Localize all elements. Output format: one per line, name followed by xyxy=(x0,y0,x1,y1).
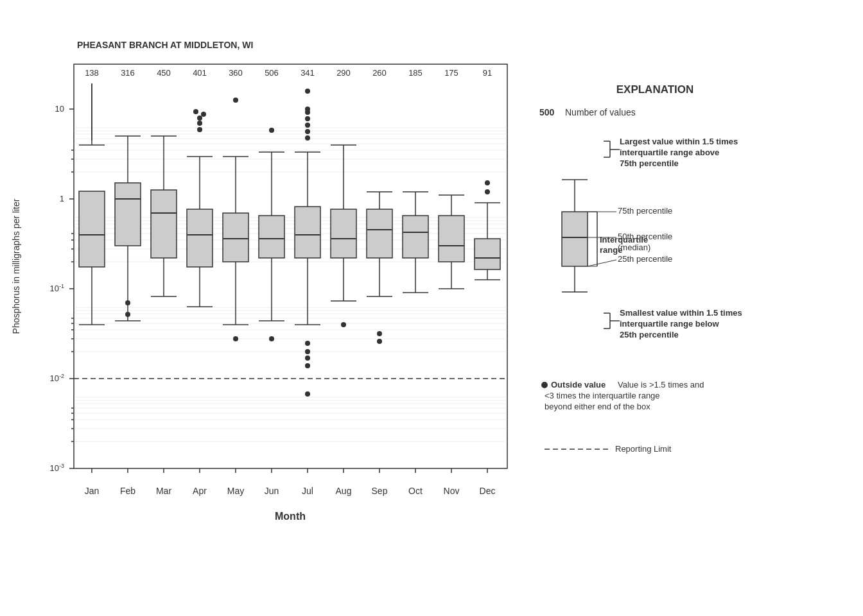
svg-text:185: 185 xyxy=(408,68,423,78)
explanation-title: EXPLANATION xyxy=(616,83,694,96)
explanation-count: 500 xyxy=(539,107,555,117)
svg-rect-103 xyxy=(79,191,105,267)
svg-point-198 xyxy=(485,180,490,185)
svg-text:10: 10 xyxy=(55,104,64,114)
svg-point-112 xyxy=(125,312,130,317)
svg-point-156 xyxy=(305,123,310,128)
outside-value-text: Value is >1.5 times and xyxy=(618,380,704,389)
svg-point-137 xyxy=(233,336,238,341)
outside-value-text3: beyond either end of the box xyxy=(545,402,650,411)
svg-text:260: 260 xyxy=(372,68,387,78)
svg-text:360: 360 xyxy=(229,68,243,78)
svg-point-162 xyxy=(305,363,310,368)
svg-point-152 xyxy=(305,89,310,94)
svg-text:Jan: Jan xyxy=(85,486,100,496)
smallest-value-label: Smallest value within 1.5 times xyxy=(620,308,742,318)
svg-rect-189 xyxy=(439,216,464,262)
svg-text:290: 290 xyxy=(336,68,351,78)
svg-rect-175 xyxy=(367,209,392,258)
svg-point-128 xyxy=(193,109,198,114)
svg-point-127 xyxy=(197,116,202,121)
outside-value-label: Outside value xyxy=(551,380,606,389)
svg-point-154 xyxy=(305,110,310,115)
svg-rect-142 xyxy=(259,216,284,258)
svg-rect-123 xyxy=(187,209,213,267)
svg-rect-183 xyxy=(403,216,428,258)
svg-point-178 xyxy=(377,339,382,344)
chart-title: PHEASANT BRANCH AT MIDDLETON, WI xyxy=(77,40,253,50)
svg-rect-150 xyxy=(295,207,320,258)
svg-rect-109 xyxy=(115,183,141,246)
svg-text:401: 401 xyxy=(193,68,207,78)
svg-rect-117 xyxy=(151,190,177,258)
svg-text:Aug: Aug xyxy=(336,486,352,496)
iqr-label2: range xyxy=(600,245,622,255)
svg-rect-205 xyxy=(562,212,588,266)
svg-point-170 xyxy=(341,322,346,327)
svg-point-129 xyxy=(201,112,206,117)
largest-value-label2: interquartile range above xyxy=(620,148,719,157)
reporting-limit-label: Reporting Limit xyxy=(615,444,672,454)
svg-point-125 xyxy=(197,121,202,126)
svg-point-126 xyxy=(197,127,202,132)
svg-text:506: 506 xyxy=(265,68,279,78)
svg-point-157 xyxy=(305,129,310,134)
x-axis-label: Month xyxy=(275,511,306,522)
svg-point-136 xyxy=(233,98,238,103)
largest-value-label3: 75th percentile xyxy=(620,158,679,168)
svg-text:Dec: Dec xyxy=(480,486,496,496)
svg-text:175: 175 xyxy=(444,68,458,78)
svg-text:Mar: Mar xyxy=(156,486,171,496)
p25-label: 25th percentile xyxy=(618,254,672,264)
svg-text:Oct: Oct xyxy=(408,486,423,496)
svg-rect-195 xyxy=(475,239,500,270)
svg-text:341: 341 xyxy=(301,68,315,78)
svg-rect-168 xyxy=(331,209,356,258)
svg-point-144 xyxy=(269,128,274,133)
outside-value-dot xyxy=(541,382,548,388)
svg-text:Nov: Nov xyxy=(444,486,460,496)
svg-text:May: May xyxy=(227,486,244,496)
y-axis-label: Phosphorus in milligraphs per liter xyxy=(11,198,21,334)
svg-text:Jul: Jul xyxy=(302,486,313,496)
iqr-label: Interquartile xyxy=(600,235,648,244)
svg-text:138: 138 xyxy=(85,68,99,78)
svg-point-160 xyxy=(305,349,310,354)
svg-text:91: 91 xyxy=(483,68,492,78)
smallest-value-label3: 25th percentile xyxy=(620,330,679,339)
svg-text:1: 1 xyxy=(60,194,64,203)
svg-point-161 xyxy=(305,355,310,361)
explanation-count-label: Number of values xyxy=(565,107,636,117)
svg-text:450: 450 xyxy=(157,68,171,78)
svg-point-158 xyxy=(305,135,310,141)
svg-point-163 xyxy=(305,391,310,397)
svg-point-159 xyxy=(305,341,310,346)
svg-point-111 xyxy=(125,300,130,305)
svg-text:Apr: Apr xyxy=(193,486,207,496)
svg-text:316: 316 xyxy=(121,68,135,78)
svg-point-155 xyxy=(305,116,310,121)
smallest-value-label2: interquartile range below xyxy=(620,319,719,329)
svg-text:Feb: Feb xyxy=(120,486,135,496)
svg-point-197 xyxy=(485,189,490,194)
svg-text:Jun: Jun xyxy=(265,486,279,496)
svg-point-177 xyxy=(377,331,382,336)
largest-value-label: Largest value within 1.5 times xyxy=(620,137,738,146)
svg-text:Sep: Sep xyxy=(372,486,388,496)
outside-value-text2: <3 times the interquartile range xyxy=(545,391,660,400)
p75-label: 75th percentile xyxy=(618,206,672,216)
main-container: PHEASANT BRANCH AT MIDDLETON, WI xyxy=(0,0,863,616)
svg-point-145 xyxy=(269,336,274,341)
svg-rect-134 xyxy=(223,213,248,262)
